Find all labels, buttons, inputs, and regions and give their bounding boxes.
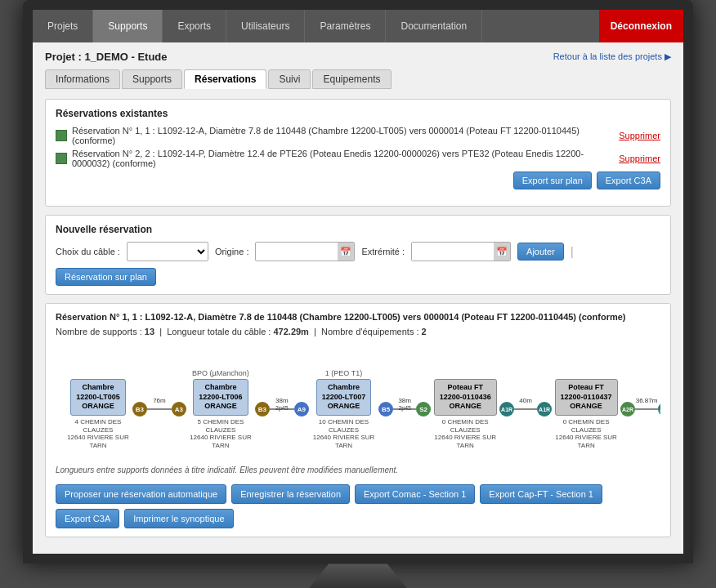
- reservation-plan-button[interactable]: Réservation sur plan: [56, 268, 156, 286]
- conn-line-4a: [514, 408, 537, 410]
- tab-reservations[interactable]: Réservations: [184, 69, 266, 89]
- tab-equipements[interactable]: Equipements: [312, 69, 391, 89]
- connector-5: A2R 36.87m A1R: [620, 402, 660, 416]
- conn-dist-5: 36.87m: [635, 397, 658, 404]
- origine-label: Origine :: [215, 247, 249, 256]
- node-chambre3-box: Chambre 12200-LT007 ORANGE: [316, 379, 371, 416]
- tab-suivi[interactable]: Suivi: [268, 69, 311, 89]
- node-poteau2-label-top: [585, 369, 588, 377]
- synoptic-scroll[interactable]: Chambre 12200-LT005 ORANGE 4 CHEMIN DES …: [56, 345, 660, 457]
- deconnexion-button[interactable]: Déconnexion: [599, 10, 683, 42]
- main-content: Projet : 1_DEMO - Etude Retour à la list…: [33, 42, 683, 554]
- res-text-1: Réservation N° 1, 1 : L1092-12-A, Diamèt…: [72, 126, 615, 145]
- conn-badge-a1r-1: A1R: [499, 402, 514, 416]
- node-poteau1-box: Poteau FT 12200-0110436 ORANGE: [434, 379, 497, 416]
- node-chambre1-box: Chambre 12200-LT005 ORANGE: [70, 379, 125, 416]
- node-chambre3-label-top: 1 (PEO T1): [325, 369, 362, 377]
- node-chambre1-addr: 4 CHEMIN DES CLAUZES12640 RIVIERE SUR TA…: [64, 418, 132, 449]
- monitor-stand: [309, 564, 407, 588]
- nav-supports[interactable]: Supports: [93, 10, 163, 42]
- node-poteau1-label-top: [464, 369, 467, 377]
- warning-text: Longueurs entre supports données à titre…: [56, 462, 660, 478]
- project-title: Projet : 1_DEMO - Etude: [45, 51, 168, 63]
- export-comac-button[interactable]: Export Comac - Section 1: [355, 484, 475, 504]
- sub-tabs: Informations Supports Réservations Suivi…: [45, 69, 671, 89]
- nouvelle-res-form: Choix du câble : Origine : 📅 Extrémité :…: [56, 242, 660, 286]
- connector-1: B3 76m A3: [132, 402, 186, 416]
- supprimer-link-1[interactable]: Supprimer: [619, 131, 660, 140]
- extremite-input-wrapper: 📅: [411, 242, 511, 261]
- choix-cable-select[interactable]: [127, 242, 208, 261]
- origine-calendar-icon[interactable]: 📅: [338, 243, 354, 261]
- nb-supports-label: Nombre de supports :: [56, 327, 142, 336]
- reservations-title: Réservations existantes: [56, 108, 660, 119]
- nav-projets[interactable]: Projets: [33, 10, 93, 42]
- node-chambre2-addr: 5 CHEMIN DES CLAUZES12640 RIVIERE SUR TA…: [186, 418, 255, 449]
- conn-badge-b3-1: B3: [132, 402, 147, 416]
- node-poteau2: Poteau FT 12200-0110437 ORANGE 0 CHEMIN …: [552, 369, 620, 449]
- nb-equipements-value: 2: [422, 327, 427, 336]
- export-c3a-bottom-button[interactable]: Export C3A: [56, 509, 119, 528]
- reservation-detail-section: Réservation N° 1, 1 : L1092-12-A, Diamèt…: [45, 303, 671, 537]
- connector-2: B3 38m2p45 A9: [255, 402, 309, 416]
- extremite-calendar-icon[interactable]: 📅: [494, 243, 510, 261]
- proposer-auto-button[interactable]: Proposer une réservation automatique: [56, 484, 226, 504]
- reservations-section: Réservations existantes Réservation N° 1…: [45, 99, 671, 207]
- nouvelle-reservation-title: Nouvelle réservation: [56, 224, 660, 235]
- longueur-value: 472.29m: [273, 327, 308, 336]
- node-poteau2-box: Poteau FT 12200-0110437 ORANGE: [555, 379, 618, 416]
- imprimer-synoptique-button[interactable]: Imprimer le synoptique: [124, 509, 233, 528]
- conn-dist-2: 38m2p45: [270, 397, 294, 412]
- nav-parametres[interactable]: Paramètres: [305, 10, 386, 42]
- nav-documentation[interactable]: Documentation: [386, 10, 482, 42]
- origine-input-wrapper: 📅: [255, 242, 355, 261]
- node-chambre3: 1 (PEO T1) Chambre 12200-LT007 ORANGE 10…: [309, 369, 378, 449]
- ajouter-button[interactable]: Ajouter: [517, 243, 564, 261]
- export-plan-button[interactable]: Export sur plan: [513, 172, 592, 189]
- reservation-item-2: Réservation N° 2, 2 : L1092-14-P, Diamèt…: [56, 149, 660, 168]
- res-indicator-1: [56, 130, 67, 141]
- nb-equipements-label: Nombre d'équipements :: [321, 327, 419, 336]
- origine-input[interactable]: [256, 243, 338, 261]
- nouvelle-reservation-section: Nouvelle réservation Choix du câble : Or…: [45, 215, 671, 295]
- export-top-row: Export sur plan Export C3A: [56, 172, 660, 189]
- extremite-input[interactable]: [412, 243, 494, 261]
- conn-line-5a: [635, 408, 658, 410]
- conn-badge-a1r-3: A1R: [658, 402, 660, 416]
- res-indicator-2: [56, 153, 67, 164]
- tab-supports[interactable]: Supports: [122, 69, 182, 89]
- node-poteau1: Poteau FT 12200-0110436 ORANGE 0 CHEMIN …: [431, 369, 499, 449]
- node-chambre3-addr: 10 CHEMIN DES CLAUZES12640 RIVIERE SUR T…: [309, 418, 378, 449]
- connector-4: A1R 40m A1R: [499, 402, 552, 416]
- retour-link[interactable]: Retour à la liste des projets: [553, 51, 671, 62]
- node-chambre2-label-top: BPO (µManchon): [192, 369, 249, 377]
- reservation-detail-title: Réservation N° 1, 1 : L1092-12-A, Diamèt…: [56, 312, 660, 322]
- conn-badge-a1r-2: A1R: [537, 402, 552, 416]
- reservation-item-1: Réservation N° 1, 1 : L1092-12-A, Diamèt…: [56, 126, 660, 145]
- tab-informations[interactable]: Informations: [45, 69, 120, 89]
- top-nav: Projets Supports Exports Utilisateurs Pa…: [33, 10, 683, 42]
- conn-dist-4: 40m: [514, 397, 537, 404]
- enregistrer-button[interactable]: Enregistrer la réservation: [231, 484, 350, 504]
- export-capft-button[interactable]: Export Cap-FT - Section 1: [480, 484, 602, 504]
- node-chambre2: BPO (µManchon) Chambre 12200-LT006 ORANG…: [186, 369, 255, 449]
- nav-utilisateurs[interactable]: Utilisateurs: [226, 10, 305, 42]
- nav-exports[interactable]: Exports: [163, 10, 226, 42]
- synoptic-diagram: Chambre 12200-LT005 ORANGE 4 CHEMIN DES …: [56, 345, 660, 457]
- conn-line-1a: [147, 408, 172, 410]
- node-chambre2-box: Chambre 12200-LT006 ORANGE: [193, 379, 248, 416]
- project-header: Projet : 1_DEMO - Etude Retour à la list…: [45, 51, 671, 63]
- nb-supports-value: 13: [145, 327, 154, 336]
- export-c3a-top-button[interactable]: Export C3A: [597, 172, 660, 189]
- conn-badge-b3-2: B3: [255, 402, 270, 416]
- longueur-label: Longueur totale du câble :: [167, 327, 271, 336]
- conn-badge-s2: S2: [416, 402, 431, 416]
- extremite-label: Extrémité :: [361, 247, 405, 256]
- choix-cable-label: Choix du câble :: [56, 247, 120, 256]
- supprimer-link-2[interactable]: Supprimer: [619, 154, 660, 163]
- node-poteau2-addr: 0 CHEMIN DES CLAUZES12640 RIVIERE SUR TA…: [552, 418, 620, 449]
- res-text-2: Réservation N° 2, 2 : L1092-14-P, Diamèt…: [72, 149, 615, 168]
- node-chambre1: Chambre 12200-LT005 ORANGE 4 CHEMIN DES …: [64, 369, 132, 449]
- node-poteau1-addr: 0 CHEMIN DES CLAUZES12640 RIVIERE SUR TA…: [431, 418, 499, 449]
- conn-dist-1: 76m: [147, 397, 172, 404]
